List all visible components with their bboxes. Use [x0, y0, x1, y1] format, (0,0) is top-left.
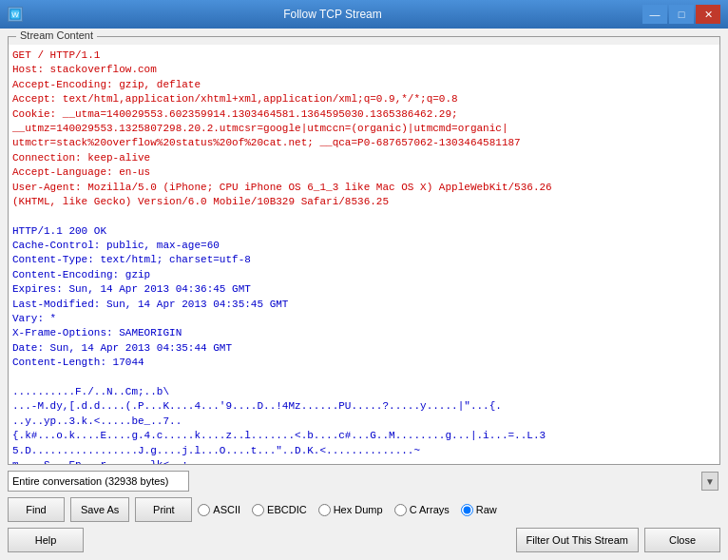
print-button[interactable]: Print — [135, 497, 192, 522]
radio-input-ebcdic[interactable] — [252, 504, 264, 516]
stream-line: Date: Sun, 14 Apr 2013 04:35:44 GMT — [12, 341, 716, 356]
stream-line: Connection: keep-alive — [12, 151, 716, 165]
radio-carrays[interactable]: C Arrays — [394, 504, 450, 516]
stream-line: __utmz=140029553.1325807298.20.2.utmcsr=… — [12, 122, 716, 136]
stream-line — [12, 371, 716, 385]
window-controls: — □ ✕ — [642, 5, 720, 24]
stream-line: Accept-Language: en-us — [12, 165, 716, 180]
window-close-button[interactable]: ✕ — [696, 5, 720, 24]
radio-input-raw[interactable] — [461, 504, 473, 516]
radio-raw[interactable]: Raw — [461, 504, 497, 516]
minimize-button[interactable]: — — [642, 5, 667, 24]
stream-group-label: Stream Content — [16, 29, 97, 41]
stream-line: {.k#...o.k....E....g.4.c.....k....z..l..… — [12, 429, 716, 443]
stream-line: Content-Length: 17044 — [12, 356, 716, 370]
stream-line: Accept-Encoding: gzip, deflate — [12, 78, 716, 92]
radio-input-hexdump[interactable] — [318, 504, 331, 516]
stream-line: GET / HTTP/1.1 — [12, 48, 716, 63]
stream-line: Expires: Sun, 14 Apr 2013 04:36:45 GMT — [12, 282, 716, 297]
stream-line: Host: stackoverflow.com — [12, 63, 716, 77]
stream-line: ..........F./..N..Cm;..b\ — [12, 385, 716, 399]
encoding-radio-group: ASCIIEBCDICHex DumpC ArraysRaw — [198, 504, 720, 516]
maximize-button[interactable]: □ — [669, 5, 694, 24]
button-row-2: Help Filter Out This Stream Close — [8, 528, 720, 552]
right-buttons: Filter Out This Stream Close — [516, 528, 720, 552]
stream-line: ...-M.dy,[.d.d....(.P...K....4...'9....D… — [12, 399, 716, 414]
stream-line: HTTP/1.1 200 OK — [12, 224, 716, 239]
stream-line: Cookie: __utma=140029553.602359914.13034… — [12, 107, 716, 122]
dropdown-arrow-icon: ▼ — [701, 472, 718, 491]
conversation-select[interactable]: Entire conversation (32938 bytes) — [8, 471, 189, 492]
radio-input-ascii[interactable] — [198, 504, 210, 516]
stream-line: Accept: text/html,application/xhtml+xml,… — [12, 92, 716, 106]
radio-label-hexdump: Hex Dump — [334, 504, 383, 515]
stream-line: m....S...Ep...r.......}k<..; — [12, 458, 716, 464]
radio-ebcdic[interactable]: EBCDIC — [252, 504, 307, 516]
stream-line: (KHTML, like Gecko) Version/6.0 Mobile/1… — [12, 195, 716, 209]
app-icon: W — [8, 7, 23, 22]
radio-label-raw: Raw — [476, 504, 497, 515]
save-as-button[interactable]: Save As — [70, 497, 129, 522]
radio-input-carrays[interactable] — [394, 504, 407, 516]
radio-label-carrays: C Arrays — [410, 504, 450, 515]
stream-line: Content-Encoding: gzip — [12, 268, 716, 282]
stream-line: Cache-Control: public, max-age=60 — [12, 239, 716, 253]
title-bar: W Follow TCP Stream — □ ✕ — [0, 0, 728, 29]
find-button[interactable]: Find — [8, 497, 65, 522]
help-button[interactable]: Help — [8, 528, 84, 552]
stream-line: Last-Modified: Sun, 14 Apr 2013 04:35:45… — [12, 298, 716, 312]
radio-ascii[interactable]: ASCII — [198, 504, 240, 516]
stream-line: User-Agent: Mozilla/5.0 (iPhone; CPU iPh… — [12, 181, 716, 195]
stream-line: utmctr=stack%20overflow%20status%20of%20… — [12, 136, 716, 150]
window-body: Stream Content GET / HTTP/1.1Host: stack… — [0, 29, 728, 560]
dropdown-wrapper: Entire conversation (32938 bytes) ▼ — [8, 471, 720, 492]
conversation-dropdown-row: Entire conversation (32938 bytes) ▼ — [8, 471, 720, 492]
stream-line: ..y..yp..3.k.<.....be_..7.. — [12, 415, 716, 429]
button-row-1: Find Save As Print ASCIIEBCDICHex DumpC … — [8, 497, 720, 522]
radio-label-ebcdic: EBCDIC — [267, 504, 307, 515]
filter-out-button[interactable]: Filter Out This Stream — [516, 528, 639, 552]
stream-line: X-Frame-Options: SAMEORIGIN — [12, 326, 716, 340]
stream-content-area[interactable]: GET / HTTP/1.1Host: stackoverflow.comAcc… — [9, 45, 719, 464]
window-title: Follow TCP Stream — [23, 8, 642, 21]
stream-content-group: Stream Content GET / HTTP/1.1Host: stack… — [8, 36, 720, 465]
radio-label-ascii: ASCII — [213, 504, 240, 515]
svg-text:W: W — [11, 10, 19, 19]
stream-line — [12, 209, 716, 223]
radio-hexdump[interactable]: Hex Dump — [318, 504, 383, 516]
stream-line: 5.D.................J.g....j.l...O....t.… — [12, 444, 716, 458]
stream-line: Vary: * — [12, 312, 716, 326]
stream-line: Content-Type: text/html; charset=utf-8 — [12, 253, 716, 267]
close-button[interactable]: Close — [644, 528, 720, 552]
